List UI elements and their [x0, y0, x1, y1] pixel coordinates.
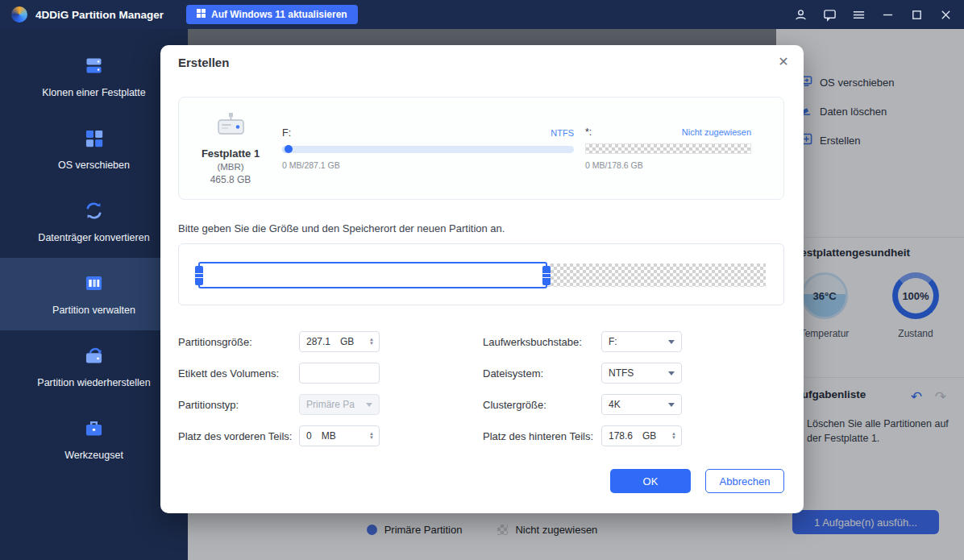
partition-type-select: Primäre Pa	[299, 394, 380, 415]
volume-label-input[interactable]	[299, 363, 380, 384]
app-title: 4DDiG Partition Manager	[35, 9, 164, 21]
disk-overview-panel: Festplatte 1 (MBR) 465.8 GB F: NTFS 0 MB…	[178, 97, 784, 200]
back-space-value: 178.6	[609, 430, 633, 442]
update-button-label: Auf Windows 11 aktualisieren	[211, 9, 347, 20]
account-icon[interactable]	[793, 7, 808, 22]
front-space-spinner[interactable]: ▲▼	[369, 432, 374, 440]
disk-size: 465.8 GB	[179, 174, 282, 185]
partition-size-label: Partitionsgröße:	[178, 336, 299, 348]
partition-size-input[interactable]: 287.1 GB ▲▼	[299, 331, 380, 352]
disk-meta: Festplatte 1 (MBR) 465.8 GB	[179, 111, 282, 185]
cluster-size-value: 4K	[609, 399, 621, 410]
toolkit-icon	[83, 417, 105, 442]
spinner-down-icon[interactable]: ▼	[671, 436, 676, 440]
sidebar-item-label: Klonen einer Festplatte	[42, 87, 146, 98]
drive-letter-value: F:	[609, 336, 617, 347]
chevron-down-icon	[366, 403, 372, 407]
windows-icon	[197, 9, 206, 20]
filesystem-value: NTFS	[609, 367, 634, 379]
front-space-value: 0	[306, 430, 312, 442]
sidebar-item-label: Partition wiederherstellen	[37, 377, 150, 388]
spinner-down-icon[interactable]: ▼	[369, 342, 374, 346]
minimize-icon[interactable]	[880, 7, 895, 22]
feedback-icon[interactable]	[822, 7, 837, 22]
slider-handle-right[interactable]	[542, 266, 551, 285]
back-space-spinner[interactable]: ▲▼	[671, 432, 676, 440]
create-dialog: Erstellen ✕ Festplatte 1 (MBR) 465.8 GB …	[160, 45, 804, 513]
os-move-icon	[83, 127, 105, 152]
app-logo-icon	[11, 6, 27, 23]
partition-usage: 0 MB/287.1 GB	[282, 160, 574, 170]
dialog-instruction: Bitte geben Sie die Größe und den Speich…	[178, 222, 505, 234]
update-windows-button[interactable]: Auf Windows 11 aktualisieren	[186, 5, 358, 24]
dialog-title: Erstellen	[178, 56, 229, 69]
partition-manage-icon	[83, 272, 105, 297]
partition-size-slider[interactable]	[198, 262, 766, 288]
sidebar-item-label: Partition verwalten	[52, 305, 135, 316]
drive-letter-select[interactable]: F:	[601, 331, 682, 352]
partition-recover-icon	[83, 345, 105, 370]
partition-type-value: Primäre Pa	[306, 399, 355, 410]
disk-name: Festplatte 1	[179, 147, 282, 160]
back-space-label: Platz des hinteren Teils:	[483, 430, 601, 442]
volume-label-label: Etikett des Volumens:	[178, 367, 299, 380]
sidebar-item-label: Werkzeugset	[64, 450, 123, 461]
partition-label: *:	[585, 127, 592, 138]
cluster-size-select[interactable]: 4K	[601, 394, 682, 415]
dialog-close-icon[interactable]: ✕	[776, 55, 791, 69]
close-window-icon[interactable]	[938, 7, 953, 22]
title-bar: 4DDiG Partition Manager Auf Windows 11 a…	[0, 0, 964, 29]
slider-selected-region[interactable]	[198, 262, 547, 288]
partition-label: F:	[282, 127, 291, 139]
chevron-down-icon	[668, 340, 675, 344]
cluster-size-label: Clustergröße:	[483, 399, 601, 411]
partition-type-label: Partitionstyp:	[178, 399, 299, 411]
front-space-label: Platz des vorderen Teils:	[178, 430, 299, 442]
size-spinner[interactable]: ▲▼	[369, 338, 374, 346]
slider-unallocated-region	[547, 263, 766, 287]
chevron-down-icon	[668, 371, 675, 375]
filesystem-label: Dateisystem:	[483, 367, 601, 380]
drive-letter-label: Laufwerksbuchstabe:	[483, 336, 601, 348]
menu-icon[interactable]	[851, 7, 866, 22]
partition-size-slider-panel	[178, 243, 784, 305]
ok-button[interactable]: OK	[610, 469, 691, 493]
partition-usage-bar	[282, 146, 574, 153]
partition-f: F: NTFS 0 MB/287.1 GB	[282, 127, 585, 170]
disk-clone-icon	[83, 55, 105, 80]
front-space-unit: MB	[322, 430, 336, 442]
partition-filesystem: NTFS	[551, 128, 574, 138]
back-space-input[interactable]: 178.6 GB ▲▼	[601, 425, 682, 446]
cancel-button[interactable]: Abbrechen	[705, 469, 784, 493]
disk-icon	[213, 129, 248, 143]
unallocated-bar	[585, 143, 751, 154]
partition-form: Partitionsgröße: 287.1 GB ▲▼ Laufwerksbu…	[178, 331, 682, 446]
partition-filesystem: Nicht zugewiesen	[682, 127, 751, 137]
filesystem-select[interactable]: NTFS	[601, 363, 682, 384]
sidebar-item-label: Datenträger konvertieren	[38, 232, 149, 243]
back-space-unit: GB	[642, 430, 656, 442]
partition-usage: 0 MB/178.6 GB	[585, 160, 751, 170]
convert-disk-icon	[83, 200, 105, 225]
partition-size-unit: GB	[340, 336, 354, 347]
slider-handle-left[interactable]	[195, 266, 203, 285]
maximize-icon[interactable]	[909, 7, 924, 22]
front-space-input[interactable]: 0 MB ▲▼	[299, 425, 380, 446]
disk-type: (MBR)	[179, 162, 282, 172]
usage-dot	[285, 145, 293, 153]
sidebar-item-label: OS verschieben	[58, 160, 130, 171]
partition-unallocated: *: Nicht zugewiesen 0 MB/178.6 GB	[585, 127, 762, 170]
chevron-down-icon	[668, 403, 675, 407]
spinner-down-icon[interactable]: ▼	[369, 436, 374, 440]
partition-size-value: 287.1	[306, 336, 330, 347]
